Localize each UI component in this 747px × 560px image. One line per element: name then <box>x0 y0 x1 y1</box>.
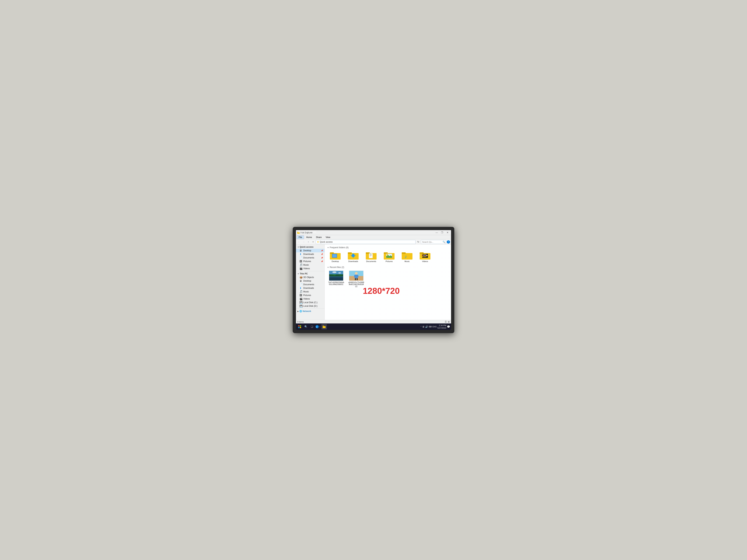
sidebar-item-pictures-pc[interactable]: 🖼 Pictures <box>296 293 325 297</box>
sidebar-item-local-d[interactable]: 💾 Local Disk (D:) <box>296 304 325 308</box>
sidebar-item-videos-quick[interactable]: 🎬 Videos <box>296 267 325 270</box>
pictures-icon-2: 🖼 <box>300 294 302 297</box>
sidebar-network-header[interactable]: ▶ 🌐 Network <box>296 310 325 313</box>
folder-desktop[interactable]: Desktop <box>327 250 343 263</box>
titlebar-folder-icon <box>297 231 300 234</box>
sidebar-item-label: Desktop <box>303 249 311 252</box>
folder-pictures-icon <box>383 251 395 260</box>
tray-clock[interactable]: 2:34 PM 5/17/2019 <box>437 324 446 329</box>
recent-locations-button[interactable]: ▾ <box>311 240 315 244</box>
search-input[interactable] <box>421 240 446 244</box>
frequent-folders-grid: Desktop Downloads <box>327 250 448 263</box>
folder-videos-icon <box>419 251 431 260</box>
recent-file-2[interactable]: a5680241c73c99889bdf110b22fe92d9 (1) <box>347 270 365 288</box>
view-details-icon[interactable]: ☰ <box>445 321 447 323</box>
tray-volume-icon[interactable]: 🔊 <box>425 325 428 328</box>
svg-rect-61 <box>298 327 300 328</box>
sidebar-item-music-pc[interactable]: 🎵 Music <box>296 290 325 293</box>
sidebar-item-label: Downloads <box>303 253 314 256</box>
menu-home[interactable]: Home <box>304 236 314 239</box>
sidebar-item-desktop-quick[interactable]: 🖥 Desktop 📌 <box>296 249 325 252</box>
system-tray: ^ 🖥 🔊 ⌨ ENG 2:34 PM 5/17/2019 💬 <box>420 324 450 329</box>
3d-objects-icon: 📦 <box>300 276 302 279</box>
folder-music-label: Music <box>405 260 410 262</box>
sidebar-item-local-c[interactable]: 💾 Local Disk (C:) <box>296 301 325 304</box>
sidebar-this-pc-header[interactable]: ▼ This PC <box>296 272 325 275</box>
menu-share[interactable]: Share <box>314 236 324 239</box>
svg-rect-56 <box>357 275 358 277</box>
videos-icon: 🎬 <box>300 267 302 270</box>
sidebar-divider-2 <box>296 309 325 309</box>
taskbar-explorer-button[interactable] <box>321 324 327 329</box>
address-bar[interactable]: ★ Quick access <box>316 240 415 244</box>
sidebar-item-videos-pc[interactable]: 🎬 Videos <box>296 297 325 301</box>
titlebar-buttons: — ❐ ✕ <box>434 231 450 234</box>
folder-documents-icon: A <box>365 251 377 260</box>
svg-rect-36 <box>425 255 426 256</box>
recent-file-1[interactable]: 7d47c60f9f433b6db001c99fd250b931 <box>327 270 345 288</box>
refresh-button[interactable]: ↻ <box>416 240 420 244</box>
sidebar-item-desktop-pc[interactable]: 🖥 Desktop <box>296 279 325 283</box>
folder-downloads[interactable]: Downloads <box>345 250 361 263</box>
svg-rect-58 <box>357 278 358 281</box>
music-icon: 🎵 <box>300 264 302 266</box>
sidebar-item-label: Local Disk (D:) <box>303 305 317 307</box>
maximize-button[interactable]: ❐ <box>440 231 445 234</box>
taskbar-edge-button[interactable]: e <box>315 324 321 329</box>
folder-music-icon: ♪ <box>401 251 413 260</box>
start-button[interactable] <box>297 324 302 329</box>
folder-music[interactable]: ♪ Music <box>399 250 415 263</box>
recent-files-label: Recent files (2) <box>330 266 344 268</box>
toolbar: ← → ↑ ▾ ★ Quick access ↻ 🔍 ? <box>296 239 451 244</box>
content-area: ▼ Quick access 🖥 Desktop 📌 ⬇ Downloads 📌 <box>296 244 451 320</box>
folder-pictures[interactable]: Pictures <box>381 250 397 263</box>
sidebar-quick-access-label: Quick access <box>300 246 313 248</box>
documents-icon-2: 📄 <box>300 283 302 286</box>
svg-rect-23 <box>402 252 406 254</box>
sidebar-item-label: Downloads <box>303 287 314 289</box>
tray-notification-icon[interactable]: 💬 <box>447 325 450 328</box>
minimize-button[interactable]: — <box>434 231 439 234</box>
folder-documents[interactable]: A Documents <box>363 250 379 263</box>
sidebar-item-music-quick[interactable]: 🎵 Music <box>296 263 325 267</box>
sidebar-item-downloads-pc[interactable]: ⬇ Downloads <box>296 286 325 290</box>
up-button[interactable]: ↑ <box>306 240 310 244</box>
back-button[interactable]: ← <box>297 240 301 244</box>
taskbar-task-view-button[interactable]: ❑ <box>309 324 315 329</box>
sidebar-item-label: Videos <box>303 298 310 300</box>
sidebar-item-documents-quick[interactable]: 📄 Documents 📌 <box>296 256 325 260</box>
titlebar: File Explorer — ❐ ✕ <box>296 230 451 235</box>
view-tiles-icon[interactable]: ⊞ <box>448 321 449 323</box>
person-thumbnail <box>349 271 363 281</box>
svg-rect-55 <box>354 275 356 277</box>
taskbar-active-indicator <box>319 326 320 327</box>
downloads-icon: ⬇ <box>300 253 302 256</box>
taskbar-search-button[interactable]: 🔍 <box>303 324 309 329</box>
forward-button[interactable]: → <box>302 240 306 244</box>
chevron-down-icon: ▼ <box>298 246 299 248</box>
tray-lang[interactable]: ENG <box>432 326 437 328</box>
screen: 2019-05-17 14:35 File Explorer — ❐ ✕ Fi <box>296 230 451 330</box>
svg-rect-57 <box>355 278 356 281</box>
sidebar-item-3d-objects[interactable]: 📦 3D Objects <box>296 275 325 279</box>
tray-chevron[interactable]: ^ <box>420 326 421 328</box>
folder-videos-label: Videos <box>422 260 428 262</box>
menu-view[interactable]: View <box>324 236 332 239</box>
sidebar-item-documents-pc[interactable]: 📄 Documents <box>296 283 325 286</box>
folder-videos[interactable]: Videos <box>417 250 433 263</box>
tray-keyboard-icon: ⌨ <box>429 326 432 328</box>
menu-file[interactable]: File <box>297 236 304 239</box>
edge-icon: e <box>315 325 319 328</box>
search-icon[interactable]: 🔍 <box>443 241 445 243</box>
folder-desktop-icon <box>330 251 341 260</box>
sidebar-this-pc-label: This PC <box>300 272 308 275</box>
documents-icon: 📄 <box>300 256 302 259</box>
close-button[interactable]: ✕ <box>445 231 450 234</box>
tray-date-display: 5/17/2019 <box>437 327 446 329</box>
taskbar: 🔍 ❑ e ^ 🖥 🔊 ⌨ <box>296 323 451 330</box>
svg-rect-60 <box>300 325 301 326</box>
sidebar-item-pictures-quick[interactable]: 🖼 Pictures 📌 <box>296 260 325 263</box>
sidebar-quick-access-header[interactable]: ▼ Quick access <box>296 245 325 249</box>
help-button[interactable]: ? <box>447 240 450 244</box>
sidebar-item-downloads-quick[interactable]: ⬇ Downloads 📌 <box>296 252 325 256</box>
